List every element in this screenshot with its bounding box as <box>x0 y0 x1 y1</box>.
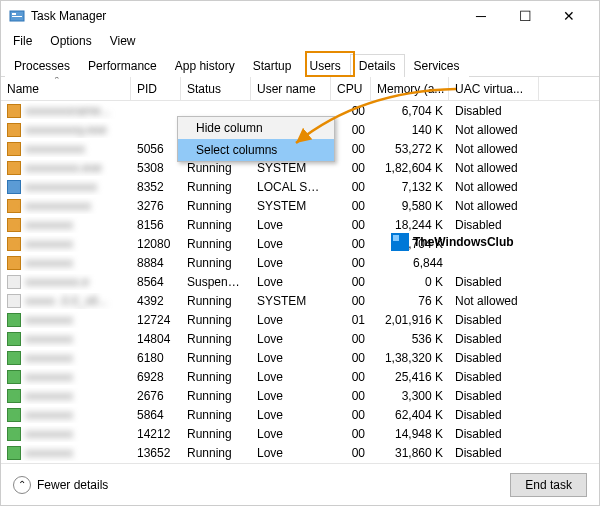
cell-status: Running <box>181 198 251 214</box>
table-row[interactable]: xxxxxxxx8884RunningLove006,844 <box>1 253 599 272</box>
cell-user: Love <box>251 445 331 461</box>
fewer-details-label: Fewer details <box>37 478 108 492</box>
process-name: xxxxxxxx <box>25 446 125 460</box>
maximize-button[interactable]: ☐ <box>503 1 547 31</box>
ctx-hide-column[interactable]: Hide column <box>178 117 334 139</box>
process-name: xxxxxxxx <box>25 256 125 270</box>
menubar: File Options View <box>1 31 599 51</box>
cell-pid: 13652 <box>131 445 181 461</box>
cell-cpu: 00 <box>331 274 371 290</box>
header-context-menu: Hide column Select columns <box>177 116 335 162</box>
cell-uac: Disabled <box>449 331 539 347</box>
cell-mem: 62,404 K <box>371 407 449 423</box>
process-icon <box>7 313 21 327</box>
cell-status: Running <box>181 350 251 366</box>
cell-mem: 9,580 K <box>371 198 449 214</box>
table-row[interactable]: xxxxxxxx14804RunningLove00536 KDisabled <box>1 329 599 348</box>
table-row[interactable]: xxxxxxxx6180RunningLove001,38,320 KDisab… <box>1 348 599 367</box>
cell-uac: Not allowed <box>449 160 539 176</box>
cell-cpu: 00 <box>331 103 371 119</box>
svg-rect-2 <box>12 16 22 17</box>
tab-processes[interactable]: Processes <box>5 54 79 77</box>
process-icon <box>7 142 21 156</box>
table-row[interactable]: xxxxx .0.0_x8...4392RunningSYSTEM0076 KN… <box>1 291 599 310</box>
menu-file[interactable]: File <box>5 32 40 50</box>
watermark-logo-icon <box>391 233 409 251</box>
close-button[interactable]: ✕ <box>547 1 591 31</box>
process-icon <box>7 104 21 118</box>
window-titlebar: Task Manager ─ ☐ ✕ <box>1 1 599 31</box>
ctx-select-columns[interactable]: Select columns <box>178 139 334 161</box>
tab-users[interactable]: Users <box>300 54 349 77</box>
footer-bar: ⌃ Fewer details End task <box>1 463 599 505</box>
cell-pid: 8352 <box>131 179 181 195</box>
col-uac[interactable]: UAC virtua... <box>449 77 539 100</box>
cell-cpu: 00 <box>331 255 371 271</box>
process-name: xxxxxxxxx.e <box>25 275 125 289</box>
col-cpu[interactable]: CPU <box>331 77 371 100</box>
table-row[interactable]: xxxxxxxx5864RunningLove0062,404 KDisable… <box>1 405 599 424</box>
tab-apphistory[interactable]: App history <box>166 54 244 77</box>
minimize-button[interactable]: ─ <box>459 1 503 31</box>
cell-mem: 536 K <box>371 331 449 347</box>
cell-status <box>181 110 251 112</box>
end-task-button[interactable]: End task <box>510 473 587 497</box>
cell-cpu: 00 <box>331 293 371 309</box>
tab-startup[interactable]: Startup <box>244 54 301 77</box>
cell-uac: Not allowed <box>449 198 539 214</box>
cell-status: Running <box>181 445 251 461</box>
menu-options[interactable]: Options <box>42 32 99 50</box>
tab-services[interactable]: Services <box>405 54 469 77</box>
table-row[interactable]: xxxxxxxx2676RunningLove003,300 KDisabled <box>1 386 599 405</box>
table-row[interactable]: xxxxxxxx8156RunningLove0018,244 KDisable… <box>1 215 599 234</box>
menu-view[interactable]: View <box>102 32 144 50</box>
cell-mem: 6,844 <box>371 255 449 271</box>
process-name: xxxxxxxx <box>25 218 125 232</box>
process-icon <box>7 275 21 289</box>
window-title: Task Manager <box>31 9 106 23</box>
col-pid[interactable]: PID <box>131 77 181 100</box>
process-name: xxxxxxxx <box>25 427 125 441</box>
process-icon <box>7 294 21 308</box>
table-row[interactable]: xxxxxxxxx.e8564SuspendedLove000 KDisable… <box>1 272 599 291</box>
tab-performance[interactable]: Performance <box>79 54 166 77</box>
cell-status: Running <box>181 217 251 233</box>
process-name: xxxxxxxx <box>25 408 125 422</box>
cell-cpu: 00 <box>331 407 371 423</box>
cell-pid: 8156 <box>131 217 181 233</box>
cell-pid: 6928 <box>131 369 181 385</box>
table-row[interactable]: xxxxxxxxxxx3276RunningSYSTEM009,580 KNot… <box>1 196 599 215</box>
cell-uac: Disabled <box>449 445 539 461</box>
col-name[interactable]: Name <box>1 77 131 100</box>
cell-cpu: 00 <box>331 369 371 385</box>
cell-uac <box>449 262 539 264</box>
tab-details[interactable]: Details <box>350 54 405 77</box>
cell-mem: 0 K <box>371 274 449 290</box>
process-name: xxxxxxxxxxx <box>25 199 125 213</box>
cell-uac: Disabled <box>449 407 539 423</box>
cell-pid: 8564 <box>131 274 181 290</box>
app-icon <box>9 8 25 24</box>
col-user[interactable]: User name <box>251 77 331 100</box>
cell-mem: 3,300 K <box>371 388 449 404</box>
table-row[interactable]: xxxxxxxx6928RunningLove0025,416 KDisable… <box>1 367 599 386</box>
cell-pid <box>131 129 181 131</box>
cell-status: Running <box>181 255 251 271</box>
process-name: xxxxxxxxxxxx <box>25 180 125 194</box>
col-status[interactable]: Status <box>181 77 251 100</box>
process-icon <box>7 199 21 213</box>
table-row[interactable]: xxxxxxxx13652RunningLove0031,860 KDisabl… <box>1 443 599 462</box>
table-row[interactable]: xxxxxxxxxxxx8352RunningLOCAL SE...007,13… <box>1 177 599 196</box>
table-row[interactable]: xxxxxxxx14212RunningLove0014,948 KDisabl… <box>1 424 599 443</box>
cell-pid: 5056 <box>131 141 181 157</box>
cell-user <box>251 110 331 112</box>
cell-user: LOCAL SE... <box>251 179 331 195</box>
cell-status: Running <box>181 369 251 385</box>
table-row[interactable]: xxxxxxxx12724RunningLove012,01,916 KDisa… <box>1 310 599 329</box>
fewer-details-button[interactable]: ⌃ Fewer details <box>13 476 108 494</box>
cell-pid: 3276 <box>131 198 181 214</box>
process-icon <box>7 218 21 232</box>
cell-cpu: 00 <box>331 217 371 233</box>
col-mem[interactable]: Memory (a... <box>371 77 449 100</box>
process-icon <box>7 332 21 346</box>
